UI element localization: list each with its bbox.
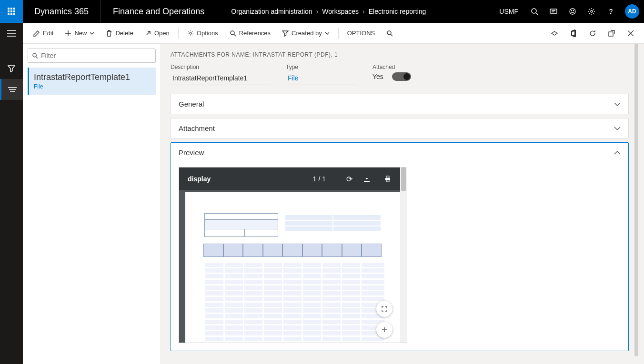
popup-icon[interactable] [604, 26, 619, 41]
page-search-button[interactable] [382, 27, 398, 39]
pdf-sheet: /* generated rows */ [185, 192, 401, 343]
open-button[interactable]: Open [140, 27, 174, 39]
breadcrumb-item[interactable]: Organization administration [231, 8, 312, 15]
svg-point-0 [532, 9, 536, 13]
chevron-right-icon: › [362, 8, 365, 15]
description-label: Description [171, 64, 271, 70]
pdf-page-container[interactable]: /* generated rows */ [179, 190, 407, 343]
emoji-icon[interactable] [563, 0, 582, 23]
separator [338, 28, 339, 39]
chevron-down-icon [325, 32, 330, 35]
top-navigation-bar: Dynamics 365 Finance and Operations Orga… [0, 0, 644, 23]
type-label: Type [286, 64, 357, 70]
options-label: Options [197, 30, 218, 37]
svg-point-6 [591, 10, 593, 12]
chevron-down-icon [90, 32, 94, 35]
fasttab-preview-header[interactable]: Preview [171, 143, 628, 162]
pdf-scrollbar[interactable] [400, 167, 407, 343]
fasttab-attachment[interactable]: Attachment [171, 118, 629, 138]
app-launcher-icon[interactable] [0, 0, 23, 23]
module-name: Finance and Operations [101, 7, 217, 17]
delete-button[interactable]: Delete [101, 27, 138, 39]
filter-input-wrapper[interactable] [28, 49, 156, 63]
rotate-icon[interactable]: ⟳ [342, 175, 356, 184]
references-button[interactable]: References [225, 27, 275, 39]
pdf-toolbar: display 1 / 1 ⟳ [179, 167, 407, 190]
svg-line-1 [536, 13, 538, 15]
search-icon [32, 52, 38, 59]
fasttab-preview: Preview display 1 / 1 ⟳ [171, 142, 629, 351]
pdf-name: display [188, 175, 211, 183]
chevron-right-icon: › [316, 8, 319, 15]
svg-rect-21 [609, 32, 613, 36]
company-selector[interactable]: USMF [493, 8, 525, 15]
list-item-title: IntrastatReportTemplate1 [34, 72, 151, 82]
edit-button[interactable]: Edit [29, 27, 58, 39]
help-icon[interactable] [601, 0, 620, 23]
options-menu-button[interactable]: OPTIONS [342, 27, 380, 39]
created-by-label: Created by [292, 30, 322, 37]
fasttab-preview-label: Preview [179, 148, 204, 157]
related-links-icon[interactable] [0, 79, 23, 100]
list-pane: IntrastatReportTemplate1 File [23, 44, 161, 364]
pdf-page-count: 1 / 1 [313, 175, 326, 183]
refresh-icon[interactable] [585, 26, 600, 41]
filter-input[interactable] [41, 52, 151, 59]
svg-point-4 [571, 10, 572, 11]
svg-line-20 [391, 34, 392, 36]
fasttab-general[interactable]: General [171, 94, 629, 114]
svg-line-18 [234, 34, 236, 36]
print-icon[interactable] [384, 175, 398, 183]
breadcrumb-item[interactable]: Workspaces [322, 8, 359, 15]
hamburger-icon[interactable] [0, 23, 23, 44]
svg-rect-27 [386, 176, 389, 178]
svg-point-16 [190, 32, 191, 34]
svg-point-5 [573, 10, 574, 11]
description-value[interactable]: IntrastatReportTemplate1 [171, 72, 271, 85]
svg-line-25 [36, 57, 38, 59]
breadcrumb-item[interactable]: Electronic reporting [369, 8, 426, 15]
options-button[interactable]: Options [182, 27, 223, 39]
list-item[interactable]: IntrastatReportTemplate1 File [28, 68, 156, 95]
breadcrumb: Organization administration › Workspaces… [231, 8, 426, 15]
left-navigation-rail [0, 23, 23, 364]
attached-value: Yes [372, 73, 383, 80]
close-icon[interactable] [623, 26, 638, 41]
created-by-button[interactable]: Created by [277, 27, 334, 39]
attached-toggle[interactable] [392, 72, 411, 81]
fit-to-page-icon[interactable] [376, 301, 392, 317]
references-label: References [239, 30, 271, 37]
zoom-in-icon[interactable] [376, 322, 392, 338]
gear-icon[interactable] [582, 0, 601, 23]
delete-label: Delete [115, 30, 133, 37]
chevron-up-icon [614, 151, 621, 155]
messages-icon[interactable] [544, 0, 563, 23]
office-icon[interactable] [566, 26, 581, 41]
action-pane: Edit New Delete Open Options References … [23, 23, 644, 44]
chevron-down-icon [614, 127, 621, 130]
brand-name: Dynamics 365 [23, 0, 101, 23]
svg-point-3 [570, 9, 575, 14]
detail-content: ATTACHMENTS FOR NAME: INTRASTAT REPORT (… [161, 44, 644, 364]
separator [178, 28, 179, 39]
svg-point-7 [610, 13, 611, 14]
search-icon[interactable] [525, 0, 544, 23]
download-icon[interactable] [363, 175, 377, 183]
svg-rect-2 [550, 9, 557, 13]
edit-label: Edit [43, 30, 53, 37]
user-avatar[interactable]: AD [625, 4, 639, 19]
options-menu-label: OPTIONS [347, 30, 375, 37]
type-value[interactable]: File [286, 72, 357, 85]
new-button[interactable]: New [60, 27, 99, 39]
fasttab-general-label: General [179, 100, 204, 108]
svg-point-24 [33, 53, 36, 57]
attachments-heading: ATTACHMENTS FOR NAME: INTRASTAT REPORT (… [171, 51, 629, 58]
filter-funnel-icon[interactable] [0, 58, 23, 79]
open-label: Open [154, 30, 170, 37]
chevron-down-icon [614, 102, 621, 106]
pdf-viewer: display 1 / 1 ⟳ [179, 167, 407, 343]
page-scrollbar[interactable] [634, 44, 638, 356]
svg-point-19 [387, 31, 391, 35]
fasttab-attachment-label: Attachment [179, 124, 215, 132]
attach-icon[interactable] [547, 26, 562, 41]
